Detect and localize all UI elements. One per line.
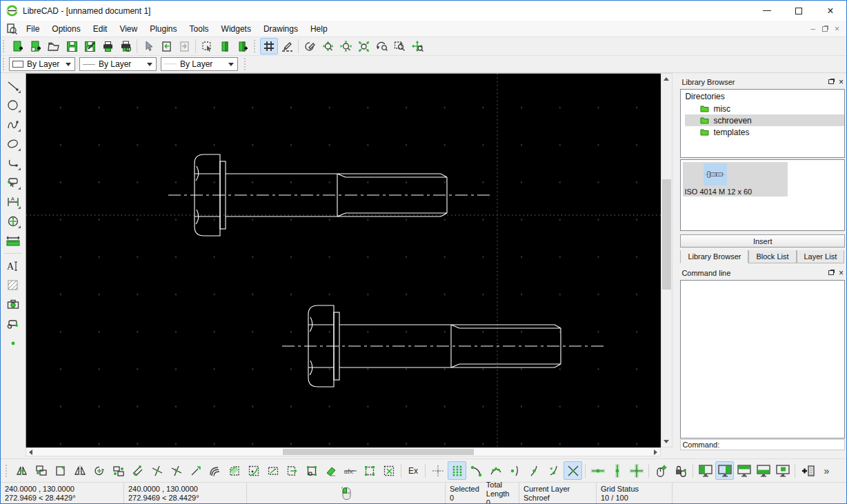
mdi-minimize-button[interactable]: – bbox=[810, 24, 815, 34]
mdi-close-button[interactable]: × bbox=[835, 24, 839, 34]
restrict-horizontal-button[interactable] bbox=[588, 461, 607, 480]
close-button[interactable]: × bbox=[815, 1, 846, 21]
toolbar-drag-handle[interactable] bbox=[6, 465, 9, 477]
add-widget-button[interactable] bbox=[798, 461, 817, 480]
horizontal-scroll-thumb[interactable] bbox=[283, 449, 474, 455]
directory-item-misc[interactable]: misc bbox=[685, 103, 844, 114]
restrict-nothing-button[interactable] bbox=[627, 461, 646, 480]
snap-intersection-button[interactable] bbox=[564, 461, 582, 480]
toolbar-overflow-button[interactable]: » bbox=[817, 461, 836, 480]
pen-width-select[interactable]: By Layer bbox=[79, 57, 157, 71]
trim-two-button[interactable] bbox=[167, 461, 186, 480]
measure-tool-button[interactable] bbox=[3, 232, 23, 250]
horizontal-scrollbar[interactable] bbox=[26, 447, 661, 456]
edit-text-button[interactable]: abc bbox=[341, 461, 359, 480]
lock-relative-zero-button[interactable] bbox=[671, 461, 690, 480]
toolbar-drag-handle[interactable] bbox=[254, 40, 257, 52]
save-document-button[interactable] bbox=[63, 38, 81, 54]
move-rotate-button[interactable] bbox=[109, 461, 128, 480]
print-button[interactable] bbox=[99, 38, 117, 54]
mirror-button[interactable] bbox=[70, 461, 89, 480]
block-tool-button[interactable] bbox=[3, 315, 23, 333]
directory-item-schroeven[interactable]: schroeven bbox=[685, 114, 844, 126]
new-from-template-button[interactable] bbox=[27, 38, 45, 54]
snap-entity-button[interactable] bbox=[486, 461, 505, 480]
new-document-button[interactable] bbox=[9, 38, 27, 54]
scroll-down-button[interactable] bbox=[661, 436, 672, 447]
print-preview-button[interactable] bbox=[117, 38, 134, 54]
explode-button[interactable] bbox=[283, 461, 301, 480]
open-document-button[interactable] bbox=[45, 38, 63, 54]
bolt-bottom-view[interactable] bbox=[282, 305, 606, 387]
menu-plugins[interactable]: Plugins bbox=[143, 21, 183, 37]
directory-item-templates[interactable]: templates bbox=[685, 126, 844, 138]
menu-widgets[interactable]: Widgets bbox=[215, 21, 257, 37]
block-insert-button[interactable] bbox=[234, 38, 252, 54]
selection-pointer-button[interactable] bbox=[139, 38, 157, 54]
delete-button[interactable] bbox=[321, 461, 340, 480]
modify-rotate-tool-button[interactable] bbox=[3, 212, 23, 230]
previous-view-button[interactable] bbox=[372, 38, 390, 54]
minimize-button[interactable] bbox=[751, 1, 783, 21]
snap-middle-button[interactable] bbox=[525, 461, 544, 480]
dock-close-icon[interactable]: × bbox=[839, 79, 844, 85]
save-as-button[interactable] bbox=[81, 38, 99, 54]
grid-toggle-button[interactable] bbox=[260, 38, 278, 54]
arc-tool-button[interactable] bbox=[3, 154, 23, 172]
offset-button[interactable] bbox=[128, 461, 147, 480]
bevel-button[interactable] bbox=[225, 461, 243, 480]
scroll-right-button[interactable] bbox=[651, 448, 660, 456]
pan-zoom-button[interactable] bbox=[408, 38, 426, 54]
snap-endpoint-button[interactable] bbox=[467, 461, 486, 480]
vertical-scrollbar[interactable] bbox=[661, 73, 672, 447]
dock-left-button[interactable] bbox=[696, 461, 715, 480]
scroll-left-button[interactable] bbox=[26, 448, 35, 456]
tab-block-list[interactable]: Block List bbox=[748, 250, 796, 263]
text-tool-button[interactable]: A bbox=[3, 257, 23, 275]
library-item-iso4014[interactable]: ISO 4014 M 12 x 60 bbox=[683, 162, 788, 196]
move-copy-button[interactable] bbox=[12, 461, 31, 480]
tab-library-browser[interactable]: Library Browser bbox=[680, 250, 748, 263]
point-tool-button[interactable] bbox=[3, 334, 23, 352]
dock-floating-button[interactable] bbox=[773, 461, 792, 480]
dock-top-button[interactable] bbox=[735, 461, 753, 480]
stretch-button[interactable] bbox=[263, 461, 282, 480]
insert-button[interactable]: Insert bbox=[680, 234, 845, 248]
zoom-out-button[interactable] bbox=[337, 38, 355, 54]
copy-button[interactable] bbox=[32, 461, 50, 480]
dock-right-button[interactable] bbox=[715, 461, 734, 480]
menu-help[interactable]: Help bbox=[304, 21, 334, 37]
snap-grid-button[interactable] bbox=[448, 461, 466, 480]
explode-command-label[interactable]: Ex bbox=[404, 466, 422, 476]
drawing-canvas[interactable] bbox=[26, 73, 661, 447]
dimension-tool-button[interactable]: A bbox=[3, 193, 23, 211]
snap-distance-button[interactable] bbox=[544, 461, 563, 480]
redraw-button[interactable] bbox=[301, 38, 319, 54]
trim-button[interactable] bbox=[148, 461, 166, 480]
select-window-button[interactable] bbox=[360, 461, 379, 480]
restrict-vertical-button[interactable] bbox=[608, 461, 626, 480]
vertical-scroll-thumb[interactable] bbox=[662, 179, 671, 290]
circle-tool-button[interactable] bbox=[3, 97, 23, 114]
window-zoom-button[interactable] bbox=[390, 38, 408, 54]
lengthen-button[interactable] bbox=[186, 461, 205, 480]
tab-layer-list[interactable]: Layer List bbox=[797, 250, 845, 263]
pen-color-select[interactable]: By Layer bbox=[9, 57, 75, 71]
line-tool-button[interactable] bbox=[3, 77, 23, 95]
toolbar-drag-handle[interactable] bbox=[244, 58, 248, 70]
menu-options[interactable]: Options bbox=[46, 21, 86, 37]
menu-drawings[interactable]: Drawings bbox=[257, 21, 304, 37]
dock-float-icon[interactable] bbox=[828, 270, 834, 275]
select-tool-button[interactable] bbox=[3, 174, 23, 192]
menu-file[interactable]: File bbox=[20, 21, 46, 37]
command-input[interactable]: Command: bbox=[680, 439, 845, 450]
rotate-button[interactable] bbox=[90, 461, 108, 480]
selection-tool-button[interactable] bbox=[198, 38, 216, 54]
set-relative-zero-button[interactable] bbox=[652, 461, 670, 480]
mdi-restore-button[interactable] bbox=[822, 26, 828, 32]
bolt-top-view[interactable] bbox=[168, 154, 492, 236]
scale-button[interactable] bbox=[51, 461, 70, 480]
scroll-up-button[interactable] bbox=[661, 74, 672, 84]
toolbar-drag-handle[interactable] bbox=[3, 58, 6, 70]
hatch-tool-button[interactable] bbox=[3, 276, 23, 294]
